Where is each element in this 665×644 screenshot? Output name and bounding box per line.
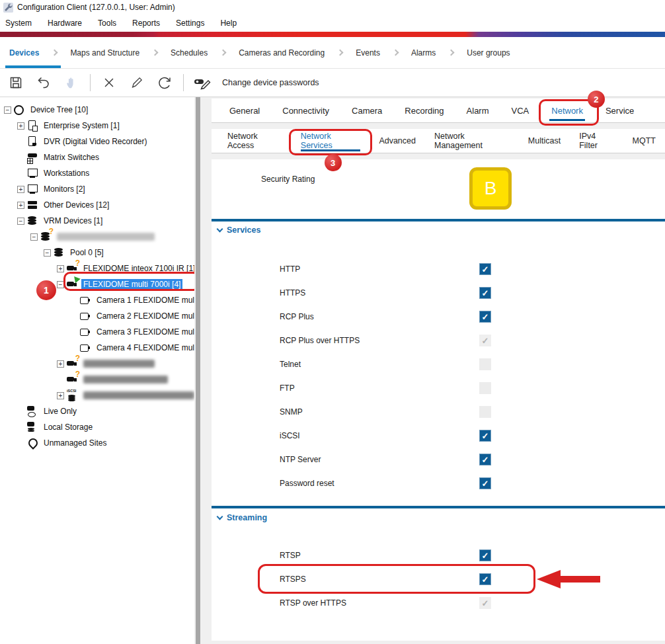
tab-general[interactable]: General xyxy=(218,99,271,122)
refresh-button[interactable] xyxy=(155,73,174,92)
rtsp-checkbox[interactable] xyxy=(479,549,491,561)
workflow-schedules[interactable]: Schedules xyxy=(168,48,210,58)
undo-icon xyxy=(36,75,52,91)
question-badge-icon xyxy=(75,354,80,363)
redacted-label xyxy=(57,233,155,241)
expander-icon[interactable] xyxy=(17,218,24,225)
service-row-telnet: Telnet xyxy=(212,352,665,376)
delete-button[interactable] xyxy=(100,73,118,92)
workflow-alarms[interactable]: Alarms xyxy=(409,48,438,58)
device-tree-panel: Device Tree [10] Enterprise System [1] D… xyxy=(0,97,194,644)
expander-icon[interactable] xyxy=(17,202,24,209)
security-rating-label: Security Rating xyxy=(261,175,315,184)
menu-system[interactable]: System xyxy=(5,19,32,28)
section-title: Streaming xyxy=(227,513,267,522)
tree-item-label: Device Tree [10] xyxy=(28,104,90,115)
iscsi-checkbox[interactable] xyxy=(479,430,491,442)
menu-hardware[interactable]: Hardware xyxy=(48,19,82,28)
subtab-multicast[interactable]: Multicast xyxy=(519,129,570,153)
tree-item-other-devices[interactable]: Other Devices [12] xyxy=(0,197,194,213)
tree-item-pool-0[interactable]: Pool 0 [5] xyxy=(0,245,194,261)
scrollbar-thumb[interactable] xyxy=(196,97,200,644)
streaming-section-header[interactable]: Streaming xyxy=(217,513,267,522)
tab-alarm[interactable]: Alarm xyxy=(455,99,500,122)
tab-vca[interactable]: VCA xyxy=(500,99,541,122)
service-label: RCP Plus over HTTPS xyxy=(280,336,360,345)
workflow-cameras-and-recording[interactable]: Cameras and Recording xyxy=(236,48,327,58)
expander-icon[interactable] xyxy=(30,233,38,241)
tree-item-local-storage[interactable]: Local Storage xyxy=(0,419,194,435)
menu-help[interactable]: Help xyxy=(220,19,237,28)
tab-camera[interactable]: Camera xyxy=(340,99,393,122)
service-row-rtsps: RTSPS xyxy=(212,567,665,591)
tree-item-monitors[interactable]: Monitors [2] xyxy=(0,181,194,197)
menu-settings[interactable]: Settings xyxy=(176,19,204,28)
subtab-ipv4-filter[interactable]: IPv4 Filter xyxy=(570,129,623,153)
ntp-server-checkbox[interactable] xyxy=(479,454,491,465)
tab-recording[interactable]: Recording xyxy=(393,99,455,122)
tree-item-enterprise-system[interactable]: Enterprise System [1] xyxy=(0,118,194,134)
tree-item-vrm-redacted[interactable] xyxy=(0,229,194,245)
active-workflow-underline xyxy=(5,65,61,68)
tree-item-vrm-devices[interactable]: VRM Devices [1] xyxy=(0,213,194,229)
tree-item-redacted-iscsi[interactable]: iSCSI xyxy=(0,387,194,403)
tab-service[interactable]: Service xyxy=(594,99,645,122)
key-pencil-icon xyxy=(194,75,211,90)
undo-button[interactable] xyxy=(34,73,53,92)
vrm-database-icon xyxy=(26,216,38,227)
redacted-label xyxy=(83,391,194,399)
tree-item-camera-4[interactable]: Camera 4 FLEXIDOME multi xyxy=(0,340,194,356)
expander-icon[interactable] xyxy=(57,281,64,288)
subtab-network-access[interactable]: Network Access xyxy=(218,129,292,153)
expander-icon[interactable] xyxy=(4,106,11,114)
tree-item-flexidome-multi-7000i[interactable]: FLEXIDOME multi 7000i [4] xyxy=(0,276,194,292)
tree-item-camera-2[interactable]: Camera 2 FLEXIDOME multi xyxy=(0,308,194,324)
workflow-devices[interactable]: Devices xyxy=(7,48,42,58)
tree-item-camera-3[interactable]: Camera 3 FLEXIDOME multi xyxy=(0,324,194,340)
tab-connectivity[interactable]: Connectivity xyxy=(271,99,340,122)
subtab-advanced[interactable]: Advanced xyxy=(370,129,425,153)
expander-icon[interactable] xyxy=(17,122,24,130)
change-device-passwords-button[interactable] xyxy=(193,73,212,92)
workflow-maps-and-structure[interactable]: Maps and Structure xyxy=(67,48,142,58)
menu-reports[interactable]: Reports xyxy=(132,19,160,28)
rcp-plus-checkbox[interactable] xyxy=(479,311,491,323)
tree-item-camera-1[interactable]: Camera 1 FLEXIDOME multi xyxy=(0,292,194,308)
expander-icon[interactable] xyxy=(44,249,51,257)
tree-item-flexidome-inteox-7100i[interactable]: FLEXIDOME inteox 7100i IR [1] xyxy=(0,261,194,276)
menu-tools[interactable]: Tools xyxy=(98,19,116,28)
expander-icon[interactable] xyxy=(57,265,64,272)
save-button[interactable] xyxy=(7,73,25,92)
tree-item-redacted-device[interactable] xyxy=(0,372,194,387)
tree-item-device-tree[interactable]: Device Tree [10] xyxy=(0,102,194,118)
tree-item-unmanaged-sites[interactable]: Unmanaged Sites xyxy=(0,435,194,451)
service-row-rcp-plus: RCP Plus xyxy=(212,305,665,329)
expander-icon[interactable] xyxy=(17,186,24,193)
rtsps-checkbox[interactable] xyxy=(479,573,491,585)
tab-label: VCA xyxy=(512,106,529,116)
service-row-snmp: SNMP xyxy=(212,400,665,424)
subtab-network-services[interactable]: Network Services 3 xyxy=(292,129,370,153)
http-checkbox[interactable] xyxy=(479,263,491,275)
tree-item-live-only[interactable]: Live Only xyxy=(0,403,194,419)
workflow-user-groups[interactable]: User groups xyxy=(464,48,512,58)
tab-network[interactable]: Network 2 xyxy=(540,99,594,122)
edit-button[interactable] xyxy=(128,73,146,92)
password-reset-checkbox[interactable] xyxy=(479,477,491,489)
https-checkbox[interactable] xyxy=(479,287,491,299)
subtab-network-management[interactable]: Network Management xyxy=(425,129,519,153)
expander-icon[interactable] xyxy=(57,392,64,399)
workflow-events[interactable]: Events xyxy=(353,48,383,58)
tree-item-label: Local Storage xyxy=(42,422,95,432)
services-section-header[interactable]: Services xyxy=(217,225,260,235)
tree-scrollbar[interactable] xyxy=(194,97,202,644)
expander-icon[interactable] xyxy=(57,360,64,368)
service-row-rtsp-over-https: RTSP over HTTPS xyxy=(212,591,665,615)
subtab-mqtt[interactable]: MQTT xyxy=(623,129,665,153)
tree-item-redacted-device[interactable] xyxy=(0,356,194,372)
tree-item-matrix-switches[interactable]: Matrix Switches xyxy=(0,149,194,165)
tree-item-dvr[interactable]: DVR (Digital Video Recorder) xyxy=(0,134,194,149)
change-device-passwords-label[interactable]: Change device passwords xyxy=(222,78,319,87)
redacted-label xyxy=(83,360,155,368)
tree-item-workstations[interactable]: Workstations xyxy=(0,165,194,181)
